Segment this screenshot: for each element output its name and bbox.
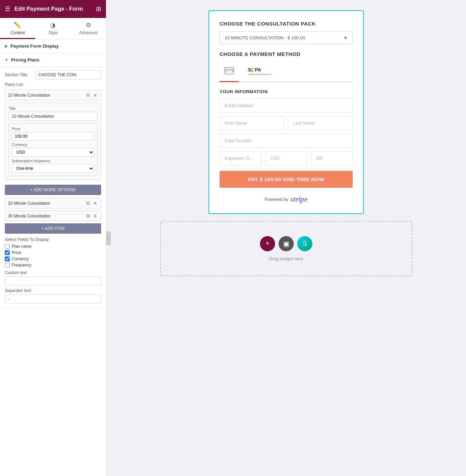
plan-1-currency-select[interactable]: USD EUR GBP <box>12 148 94 157</box>
plan-1-title-input[interactable] <box>9 112 97 121</box>
section-title-row: Section Title <box>5 70 101 79</box>
drag-widget-area: + ▣ S Drag widget here <box>160 221 412 276</box>
plan-1-freq-select[interactable]: One-time Monthly Yearly <box>12 164 94 173</box>
svg-rect-1 <box>225 69 234 70</box>
custom-text-label: Custom text <box>5 270 101 275</box>
card-payment-icon <box>224 67 234 76</box>
content-tab-icon: ✏️ <box>14 21 21 29</box>
separator-input[interactable] <box>5 294 101 303</box>
payment-method-card[interactable] <box>220 62 239 82</box>
plan-1-copy-icon[interactable]: ⧉ <box>86 92 90 98</box>
checkbox-price: Price <box>5 250 101 255</box>
last-name-field[interactable]: Last Name <box>288 116 353 130</box>
tab-content[interactable]: ✏️ Content <box>0 18 35 39</box>
pricing-plans-arrow: ▼ <box>5 58 8 62</box>
payment-form-display-header[interactable]: ▶ Payment Form Display <box>0 39 106 53</box>
payment-methods: S € PA Single Euro Payments Area <box>220 62 353 82</box>
widget-icon-square[interactable]: ▣ <box>279 236 294 251</box>
cvc-field[interactable]: CVC <box>265 151 307 165</box>
style-tab-icon: ◑ <box>50 21 56 29</box>
tab-advanced[interactable]: ⚙ Advanced <box>71 18 106 39</box>
add-item-button[interactable]: + ADD ITEM <box>5 223 101 234</box>
custom-text-input[interactable] <box>5 276 101 285</box>
pricing-plans-header[interactable]: ▼ Pricing Plans <box>0 53 106 67</box>
email-field[interactable]: Email Address <box>220 98 353 113</box>
advanced-tab-icon: ⚙ <box>86 21 91 29</box>
page-title: Edit Payment Page - Form <box>14 6 92 12</box>
payment-card: CHOOSE THE CONSULTATION PACK 10 MINUTE C… <box>208 10 364 214</box>
top-bar: ☰ Edit Payment Page - Form ⊞ <box>0 0 106 18</box>
plan-dropdown[interactable]: 10 MINUTE CONSULTATION - $ 100.00 ▼ <box>220 31 353 44</box>
widget-icon-plus[interactable]: + <box>260 236 275 251</box>
plan-item-3: 30 Minute Consultation ⧉ ✕ <box>5 211 101 221</box>
pricing-plans-label: Pricing Plans <box>11 57 39 62</box>
svg-text:Single Euro Payments Area: Single Euro Payments Area <box>248 73 271 75</box>
tab-style[interactable]: ◑ Style <box>35 18 70 39</box>
checkbox-currency-label: Currency <box>12 256 29 261</box>
selected-plan-label: 10 MINUTE CONSULTATION - $ 100.00 <box>225 35 305 40</box>
checkbox-price-input[interactable] <box>5 250 10 255</box>
checkbox-plan-name: Plan name <box>5 244 101 249</box>
checkbox-plan-name-input[interactable] <box>5 244 10 249</box>
plan-2-copy-icon[interactable]: ⧉ <box>86 200 90 206</box>
tab-advanced-label: Advanced <box>79 30 97 35</box>
plan-3-remove-icon[interactable]: ✕ <box>93 213 98 219</box>
payment-method-sepa[interactable]: S € PA Single Euro Payments Area <box>242 62 276 82</box>
collapse-handle[interactable]: ‹ <box>106 231 111 245</box>
section-title-input[interactable] <box>35 70 101 79</box>
plan-1-title-label: Title <box>9 106 97 110</box>
checkbox-frequency-label: Frequency <box>12 263 31 268</box>
widget-icon-stripe[interactable]: S <box>297 236 312 251</box>
right-content: CHOOSE THE CONSULTATION PACK 10 MINUTE C… <box>106 0 466 476</box>
card-details-row: Expiration D... CVC ZIP <box>220 151 353 165</box>
menu-icon[interactable]: ☰ <box>5 5 10 13</box>
sepa-logo: S € PA Single Euro Payments Area <box>247 65 271 78</box>
plan-2-name: 20 Minute Consultation <box>8 201 84 206</box>
checkbox-frequency: Frequency <box>5 263 101 268</box>
first-name-field[interactable]: First Name <box>220 116 284 130</box>
plan-1-price-block: Price Currency USD EUR GBP Subscription … <box>9 124 97 176</box>
add-options-button[interactable]: + ADD MORE OPTIONS <box>5 185 101 195</box>
choose-plan-heading: CHOOSE THE CONSULTATION PACK <box>220 21 353 27</box>
separator-label: Separator text <box>5 288 101 293</box>
plans-list-label: Plans List <box>5 82 101 87</box>
checkbox-plan-name-label: Plan name <box>12 244 31 249</box>
pricing-plans-content: Section Title Plans List 10 Minute Consu… <box>0 67 106 307</box>
powered-by-text: Powered by <box>265 197 289 202</box>
drag-text: Drag widget here <box>269 256 303 261</box>
checkbox-currency: Currency <box>5 256 101 261</box>
plan-1-detail: Title Price Currency USD EUR GBP Subscri… <box>5 103 101 180</box>
svg-text:€: € <box>251 67 254 74</box>
plan-1-name: 10 Minute Consultation <box>8 93 84 98</box>
plan-1-price-input[interactable] <box>12 132 94 140</box>
your-info-heading: YOUR INFORMATION <box>220 89 353 94</box>
grid-icon[interactable]: ⊞ <box>96 5 101 13</box>
plan-1-price-label: Price <box>12 127 94 131</box>
plan-1-remove-icon[interactable]: ✕ <box>93 93 98 98</box>
plan-1-freq-label: Subscription frequency <box>12 159 94 163</box>
card-number-field[interactable]: Card Number <box>220 134 353 148</box>
name-row: First Name Last Name <box>220 116 353 130</box>
plan-3-copy-icon[interactable]: ⧉ <box>86 213 90 219</box>
checkbox-frequency-input[interactable] <box>5 263 10 268</box>
plan-item-2: 20 Minute Consultation ⧉ ✕ <box>5 198 101 208</box>
checkbox-currency-input[interactable] <box>5 256 10 261</box>
powered-by: Powered by stripe <box>220 195 353 204</box>
zip-field[interactable]: ZIP <box>311 151 353 165</box>
payment-form-display-label: Payment Form Display <box>10 43 59 49</box>
choose-payment-heading: CHOOSE A PAYMENT METHOD <box>220 51 353 57</box>
plan-1-currency-label: Currency <box>12 143 94 147</box>
widget-icons-row: + ▣ S <box>260 236 312 251</box>
expiration-field[interactable]: Expiration D... <box>220 151 262 165</box>
tab-row: ✏️ Content ◑ Style ⚙ Advanced <box>0 18 106 39</box>
section-title-label: Section Title <box>5 72 32 77</box>
plan-3-name: 30 Minute Consultation <box>8 214 84 218</box>
tab-content-label: Content <box>10 30 25 35</box>
checkbox-price-label: Price <box>12 250 21 255</box>
svg-text:PA: PA <box>255 67 261 72</box>
left-panel: ☰ Edit Payment Page - Form ⊞ ✏️ Content … <box>0 0 106 476</box>
svg-rect-2 <box>225 71 228 72</box>
pay-button[interactable]: PAY $ 100.00 ONE-TIME NOW <box>220 171 353 188</box>
stripe-logo: stripe <box>290 195 308 204</box>
plan-2-remove-icon[interactable]: ✕ <box>93 201 98 206</box>
